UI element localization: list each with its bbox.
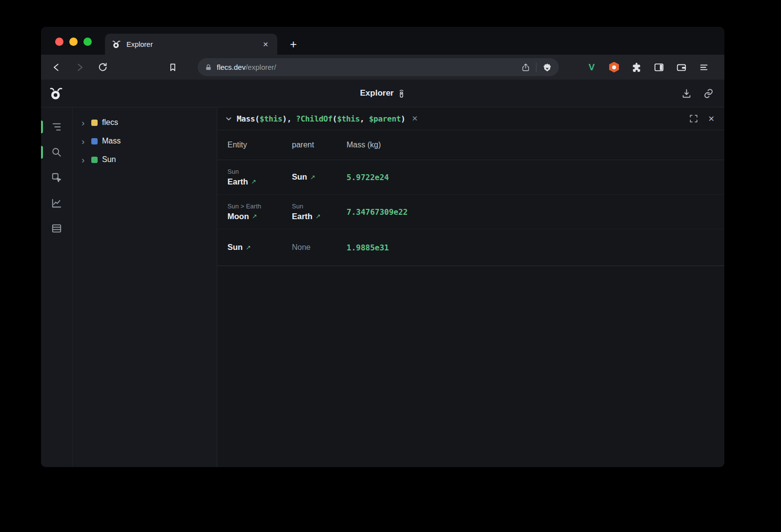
entity-tree-icon[interactable] [51, 122, 62, 132]
entity-parent-path: Sun > Earth [227, 202, 292, 211]
zoom-window-button[interactable] [83, 38, 92, 46]
inspect-entity-icon[interactable] [51, 172, 62, 183]
lock-icon [205, 63, 212, 71]
browser-tab-explorer[interactable]: Explorer ✕ [105, 34, 277, 55]
entity-link[interactable]: Earth ↗ [292, 211, 347, 222]
tables-icon[interactable] [51, 223, 62, 234]
mass-value: 5.9722e24 [347, 173, 724, 182]
forward-button[interactable] [72, 60, 87, 75]
download-icon[interactable] [681, 88, 692, 99]
parent-cell: Sun ↗ [292, 172, 347, 182]
entity-link[interactable]: Moon ↗ [227, 211, 292, 222]
stats-chart-icon[interactable] [51, 198, 62, 208]
mass-cell: 1.9885e31 [347, 243, 724, 252]
query-bar: Mass($this), ?ChildOf($this, $parent) ✕ … [217, 107, 724, 130]
share-link-icon[interactable] [703, 88, 714, 99]
tree-item-flecs[interactable]: › flecs [73, 113, 217, 132]
mass-value: 7.34767309e22 [347, 207, 724, 217]
url-domain: flecs.dev [217, 63, 246, 71]
close-panel-icon[interactable]: ✕ [708, 114, 715, 123]
extensions-puzzle-icon[interactable] [631, 61, 642, 73]
column-header-parent[interactable]: parent [292, 141, 347, 149]
menu-hamburger-icon[interactable] [698, 61, 710, 73]
query-term: Mass [237, 114, 255, 123]
address-bar[interactable]: flecs.dev/explorer/ [198, 58, 559, 76]
minimize-window-button[interactable] [69, 38, 78, 46]
table-row: Sun ↗ None 1.9885e31 [217, 229, 724, 266]
expand-chevron-icon[interactable]: › [82, 137, 91, 146]
url-text: flecs.dev/explorer/ [217, 63, 276, 71]
expand-chevron-icon[interactable]: › [82, 155, 91, 164]
query-expression[interactable]: Mass($this), ?ChildOf($this, $parent) [237, 114, 405, 123]
entity-cell: Sun ↗ [227, 242, 292, 252]
back-button[interactable] [49, 60, 64, 75]
entity-cell: Sun > Earth Moon ↗ [227, 202, 292, 222]
entity-link[interactable]: Sun ↗ [227, 242, 292, 252]
tab-favicon-flecs-icon [112, 40, 121, 49]
explorer-header: Explorer [41, 80, 724, 107]
empty-results-area [217, 266, 724, 467]
share-icon[interactable] [521, 63, 530, 72]
mass-cell: 7.34767309e22 [347, 207, 724, 217]
bookmark-icon[interactable] [165, 60, 181, 75]
tab-close-icon[interactable]: ✕ [261, 40, 270, 49]
query-panel: Mass($this), ?ChildOf($this, $parent) ✕ … [217, 107, 724, 467]
fullscreen-expand-icon[interactable] [689, 114, 698, 123]
wallet-icon[interactable] [676, 61, 687, 73]
vue-devtools-icon[interactable]: V [586, 61, 597, 73]
clear-query-icon[interactable]: ✕ [411, 114, 418, 123]
hexagon-extension-icon[interactable] [608, 61, 620, 73]
left-icon-rail [41, 107, 73, 467]
entity-link[interactable]: Sun ↗ [292, 172, 347, 182]
divider [536, 62, 536, 72]
open-entity-arrow-icon[interactable]: ↗ [251, 178, 256, 185]
tab-title: Explorer [126, 41, 261, 48]
tree-item-label: Mass [102, 137, 121, 145]
tree-item-label: flecs [102, 118, 118, 127]
desktop-background: Explorer ✕ + flecs.dev/exp [0, 0, 781, 532]
module-color-swatch [91, 120, 98, 126]
browser-toolbar: flecs.dev/explorer/ V [41, 55, 724, 80]
query-panel-active-indicator [41, 146, 43, 159]
flecs-logo-icon[interactable] [49, 86, 63, 101]
brave-shield-icon[interactable] [542, 62, 552, 73]
collapse-chevron-down-icon[interactable] [223, 113, 234, 124]
close-window-button[interactable] [55, 38, 63, 46]
entity-link[interactable]: Earth ↗ [227, 177, 292, 187]
open-entity-arrow-icon[interactable]: ↗ [315, 212, 320, 220]
open-entity-arrow-icon[interactable]: ↗ [246, 244, 250, 251]
explorer-body: › flecs › Mass › Sun [41, 107, 724, 467]
reload-button[interactable] [95, 60, 110, 75]
component-color-swatch [91, 138, 98, 144]
extension-icons: V [586, 61, 717, 73]
flecs-explorer-page: Explorer [41, 80, 724, 467]
expand-chevron-icon[interactable]: › [82, 118, 91, 127]
tree-item-label: Sun [102, 155, 116, 164]
remote-connection-icon [398, 88, 405, 98]
column-header-entity[interactable]: Entity [227, 141, 292, 149]
macos-traffic-lights [55, 38, 92, 46]
new-tab-button[interactable]: + [286, 34, 301, 55]
column-header-mass[interactable]: Mass (kg) [347, 141, 724, 149]
query-variable: $parent [369, 114, 401, 123]
parent-none-value: None [292, 243, 347, 252]
mass-value: 1.9885e31 [347, 243, 724, 252]
open-entity-arrow-icon[interactable]: ↗ [310, 173, 315, 181]
tree-panel-active-indicator [41, 121, 43, 133]
table-row: Sun > Earth Moon ↗ Sun Earth ↗ [217, 195, 724, 229]
open-entity-arrow-icon[interactable]: ↗ [252, 212, 257, 220]
tree-item-mass[interactable]: › Mass [73, 132, 217, 150]
page-title: Explorer [360, 88, 394, 98]
sidebar-toggle-icon[interactable] [653, 61, 665, 73]
browser-window: Explorer ✕ + flecs.dev/exp [41, 27, 724, 467]
url-path: /explorer/ [246, 63, 276, 71]
table-row: Sun Earth ↗ Sun ↗ [217, 160, 724, 195]
query-term-optional: ?ChildOf [296, 114, 332, 123]
query-search-icon[interactable] [51, 147, 62, 158]
header-actions [681, 88, 724, 99]
query-variable: $this [337, 114, 360, 123]
tree-item-sun[interactable]: › Sun [73, 150, 217, 169]
query-variable: $this [260, 114, 283, 123]
entity-tree-panel: › flecs › Mass › Sun [73, 107, 217, 467]
entity-parent-path: Sun [227, 167, 292, 176]
